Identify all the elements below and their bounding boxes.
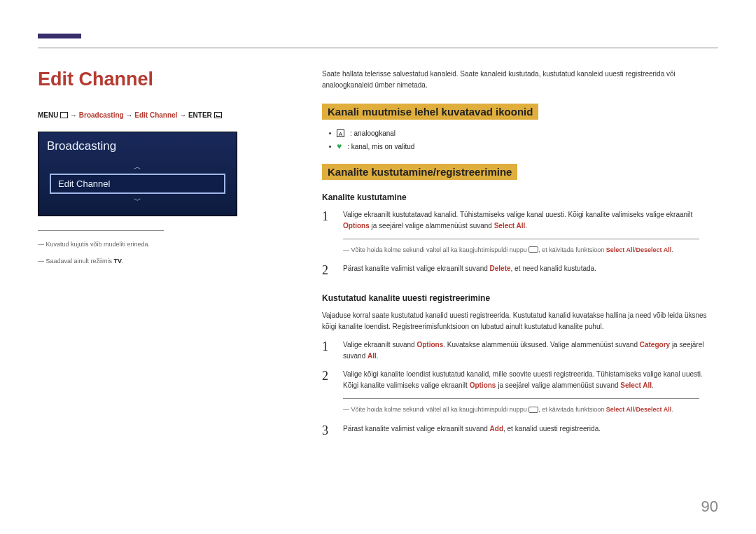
tv-panel-title: Broadcasting: [38, 132, 237, 159]
chevron-down-icon[interactable]: ﹀: [46, 194, 230, 207]
rereg-para: Vajaduse korral saate kustutatud kanalid…: [322, 310, 718, 332]
step-note: Võite hoida kolme sekundi vältel all ka …: [343, 398, 699, 414]
bc-editchannel: Edit Channel: [134, 111, 177, 119]
tv-panel: Broadcasting ︿ Edit Channel ﹀: [38, 132, 237, 216]
subheading-delete: Kanalite kustutamine: [322, 192, 718, 202]
step-row: 1 Valige ekraanilt kustutatavad kanalid.…: [322, 209, 718, 232]
subheading-rereg: Kustutatud kanalite uuesti registreerimi…: [322, 293, 718, 303]
enter-icon: [214, 112, 222, 118]
footnote-2-hl: TV: [114, 258, 122, 265]
tv-selected-item[interactable]: Edit Channel: [50, 174, 225, 194]
page-title: Edit Channel: [38, 69, 248, 90]
remote-button-icon: [528, 407, 538, 413]
step-number: 2: [322, 369, 332, 391]
bc-arrow: →: [125, 111, 134, 119]
section-deletereg-heading: Kanalite kustutamine/registreerimine: [322, 164, 517, 180]
step-number: 2: [322, 263, 332, 278]
section-icons-heading: Kanali muutmise lehel kuvatavad ikoonid: [322, 104, 538, 120]
icon-list: A : analoogkanal ♥ : kanal, mis on valit…: [329, 129, 718, 151]
footnote-2-post: .: [122, 258, 124, 265]
step-text: Valige ekraanilt kustutatavad kanalid. T…: [343, 209, 718, 232]
list-item: A : analoogkanal: [329, 129, 718, 137]
step-row: 1 Valige ekraanilt suvand Options. Kuvat…: [322, 339, 718, 362]
header-rule: [38, 48, 718, 48]
step-text: Valige kõigi kanalite loendist kustutatu…: [343, 369, 718, 391]
analogue-label: : analoogkanal: [350, 129, 396, 137]
heart-label: : kanal, mis on valitud: [347, 143, 414, 150]
breadcrumb: MENU → Broadcasting → Edit Channel → ENT…: [38, 111, 248, 119]
footnote-2: Saadaval ainult režiimis TV.: [38, 256, 248, 266]
footnote-1: Kuvatud kujutis võib mudeliti erineda.: [38, 239, 248, 249]
step-text: Pärast kanalite valimist valige ekraanil…: [343, 423, 718, 438]
bc-arrow: →: [179, 111, 188, 119]
right-column: Saate hallata telerisse salvestatud kana…: [322, 69, 718, 445]
step-text: Pärast kanalite valimist valige ekraanil…: [343, 263, 718, 278]
step-note: Võite hoida kolme sekundi vältel all ka …: [343, 239, 699, 255]
footnote-2-pre: Saadaval ainult režiimis: [46, 258, 114, 265]
step-number: 1: [322, 339, 332, 362]
step-row: 2 Pärast kanalite valimist valige ekraan…: [322, 263, 718, 278]
step-number: 1: [322, 209, 332, 232]
bullet-icon: [329, 146, 331, 148]
bc-broadcasting: Broadcasting: [79, 111, 124, 119]
step-row: 2 Valige kõigi kanalite loendist kustuta…: [322, 369, 718, 391]
step-text: Valige ekraanilt suvand Options. Kuvatak…: [343, 339, 718, 362]
heart-icon: ♥: [337, 141, 342, 151]
intro-text: Saate hallata telerisse salvestatud kana…: [322, 69, 718, 91]
bc-enter: ENTER: [188, 111, 212, 119]
analogue-icon: A: [337, 129, 344, 137]
bc-menu: MENU: [38, 111, 58, 119]
left-column: Edit Channel MENU → Broadcasting → Edit …: [38, 69, 248, 274]
step-row: 3 Pärast kanalite valimist valige ekraan…: [322, 423, 718, 438]
bc-arrow: →: [70, 111, 79, 119]
header-accent: [38, 34, 81, 38]
menu-icon: [60, 112, 68, 118]
tv-panel-body: ︿ Edit Channel ﹀: [38, 159, 237, 216]
remote-button-icon: [528, 246, 538, 253]
list-item: ♥ : kanal, mis on valitud: [329, 141, 718, 151]
chevron-up-icon[interactable]: ︿: [46, 160, 230, 174]
footnote-rule: [38, 230, 164, 231]
bullet-icon: [329, 132, 331, 134]
page-number: 90: [701, 498, 718, 516]
step-number: 3: [322, 423, 332, 438]
